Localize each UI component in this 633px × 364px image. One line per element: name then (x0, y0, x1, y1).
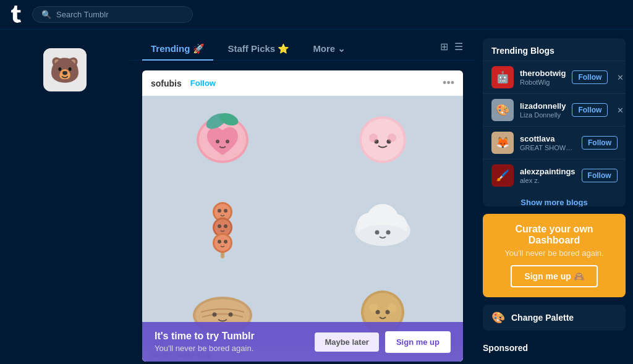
blog-desc-lizadonnelly: Liza Donnelly (520, 111, 566, 119)
tab-more[interactable]: More ⌄ (304, 38, 354, 61)
banner-title: It's time to try Tumblr (155, 331, 255, 342)
blog-info-therobotwig: therobotwig RobotWig (520, 69, 566, 87)
blog-desc-scottlava: GREAT SHOWDOWNS... (520, 144, 576, 151)
blog-avatar-scottlava: 🦊 (491, 132, 514, 154)
trending-blogs-header: Trending Blogs (483, 38, 626, 61)
blog-name-scottlava: scottlava (520, 134, 576, 145)
svg-point-31 (386, 231, 391, 235)
search-bar[interactable]: 🔍 (32, 6, 193, 23)
promo-signup-button[interactable]: Sign me up 🙈 (511, 265, 597, 287)
main-layout: 🐻 Trending 🚀 Staff Picks ⭐ More ⌄ ⊞ ☰ (0, 30, 633, 364)
svg-point-34 (212, 313, 216, 317)
follow-button-alexzpaintings[interactable]: Follow (582, 169, 618, 182)
palette-icon: 🎨 (491, 311, 505, 324)
svg-point-2 (216, 140, 219, 143)
svg-point-30 (375, 231, 380, 235)
svg-point-19 (218, 224, 221, 228)
banner-text: It's time to try Tumblr You'll never be … (155, 331, 255, 353)
promo-subtitle: You'll never be bored again. (493, 248, 616, 258)
post-menu-button[interactable]: ••• (443, 77, 454, 90)
blog-avatar-lizadonnelly: 🎨 (491, 99, 514, 121)
close-therobotwig[interactable]: ✕ (617, 73, 624, 82)
sign-me-up-button[interactable]: Sign me up (385, 331, 451, 353)
svg-point-22 (215, 235, 231, 251)
sponsored-header: Sponsored (483, 338, 626, 355)
blog-info-scottlava: scottlava GREAT SHOWDOWNS... (520, 134, 576, 152)
svg-point-10 (369, 133, 378, 142)
post-images-grid (142, 96, 463, 347)
promo-title: Curate your own Dashboard (493, 224, 616, 246)
svg-point-7 (362, 119, 404, 161)
post-author: sofubis Follow (151, 78, 216, 88)
svg-point-15 (218, 209, 221, 213)
blog-avatar-alexzpaintings: 🖌️ (491, 164, 514, 187)
search-icon: 🔍 (41, 10, 51, 19)
svg-point-40 (369, 303, 378, 312)
banner-subtitle: You'll never be bored again. (155, 344, 255, 353)
center-feed: Trending 🚀 Staff Picks ⭐ More ⌄ ⊞ ☰ sofu… (130, 30, 475, 364)
blog-avatar-therobotwig: 🤖 (491, 66, 514, 88)
grid-view-icon[interactable]: ⊞ (440, 41, 448, 53)
feed-tabs: Trending 🚀 Staff Picks ⭐ More ⌄ ⊞ ☰ (130, 30, 475, 61)
svg-point-16 (224, 209, 227, 213)
promo-card: Curate your own Dashboard You'll never b… (483, 214, 626, 297)
blog-desc-therobotwig: RobotWig (520, 78, 566, 86)
left-sidebar: 🐻 (0, 30, 130, 364)
palette-label: Change Palette (511, 313, 574, 323)
post-follow-button[interactable]: Follow (190, 78, 216, 88)
svg-point-23 (218, 240, 221, 243)
blog-name-lizadonnelly: lizadonnelly (520, 101, 566, 112)
change-palette-row[interactable]: 🎨 Change Palette (483, 305, 626, 331)
blog-item-therobotwig: 🤖 therobotwig RobotWig Follow ✕ (483, 61, 626, 93)
maybe-later-button[interactable]: Maybe later (315, 332, 379, 352)
blog-item-scottlava: 🦊 scottlava GREAT SHOWDOWNS... Follow ✕ (483, 126, 626, 159)
blog-name-therobotwig: therobotwig (520, 69, 566, 79)
svg-point-41 (388, 303, 396, 312)
blog-item-lizadonnelly: 🎨 lizadonnelly Liza Donnelly Follow ✕ (483, 93, 626, 126)
search-input[interactable] (56, 10, 180, 19)
blog-info-lizadonnelly: lizadonnelly Liza Donnelly (520, 101, 566, 119)
show-more-blogs-button[interactable]: Show more blogs (483, 192, 626, 206)
post-author-name: sofubis (151, 78, 182, 88)
blog-info-alexzpaintings: alexzpaintings alex z. (520, 167, 576, 185)
avatar-image: 🐻 (49, 56, 80, 85)
post-header: sofubis Follow ••• (142, 70, 463, 96)
signup-banner: It's time to try Tumblr You'll never be … (142, 322, 463, 362)
blog-item-alexzpaintings: 🖌️ alexzpaintings alex z. Follow ✕ (483, 159, 626, 192)
tab-staff-picks[interactable]: Staff Picks ⭐ (219, 38, 299, 61)
list-view-icon[interactable]: ☰ (454, 41, 463, 53)
user-avatar[interactable]: 🐻 (43, 48, 87, 91)
blog-desc-alexzpaintings: alex z. (520, 177, 576, 184)
trending-blogs-card: Trending Blogs 🤖 therobotwig RobotWig Fo… (483, 38, 626, 206)
svg-point-20 (224, 224, 227, 228)
svg-point-3 (226, 140, 229, 143)
follow-button-therobotwig[interactable]: Follow (572, 70, 608, 84)
right-sidebar: Trending Blogs 🤖 therobotwig RobotWig Fo… (475, 30, 633, 364)
post-image-2 (303, 96, 464, 177)
svg-point-35 (228, 313, 232, 317)
post-card: sofubis Follow ••• (142, 70, 463, 362)
tumblr-logo[interactable] (7, 6, 26, 24)
follow-button-lizadonnelly[interactable]: Follow (572, 103, 608, 117)
svg-point-24 (224, 240, 227, 243)
svg-point-11 (388, 133, 396, 142)
blog-name-alexzpaintings: alexzpaintings (520, 167, 576, 177)
follow-button-scottlava[interactable]: Follow (582, 136, 618, 150)
tab-trending[interactable]: Trending 🚀 (142, 38, 213, 61)
post-image-1 (142, 96, 303, 177)
feed-scroll[interactable]: sofubis Follow ••• (130, 61, 475, 364)
banner-actions: Maybe later Sign me up (315, 331, 451, 353)
post-image-3 (142, 177, 303, 271)
top-navbar: 🔍 (0, 0, 633, 30)
tab-view-icons: ⊞ ☰ (440, 41, 463, 57)
svg-point-29 (358, 225, 407, 245)
post-image-4 (303, 177, 464, 271)
close-lizadonnelly[interactable]: ✕ (617, 106, 624, 115)
